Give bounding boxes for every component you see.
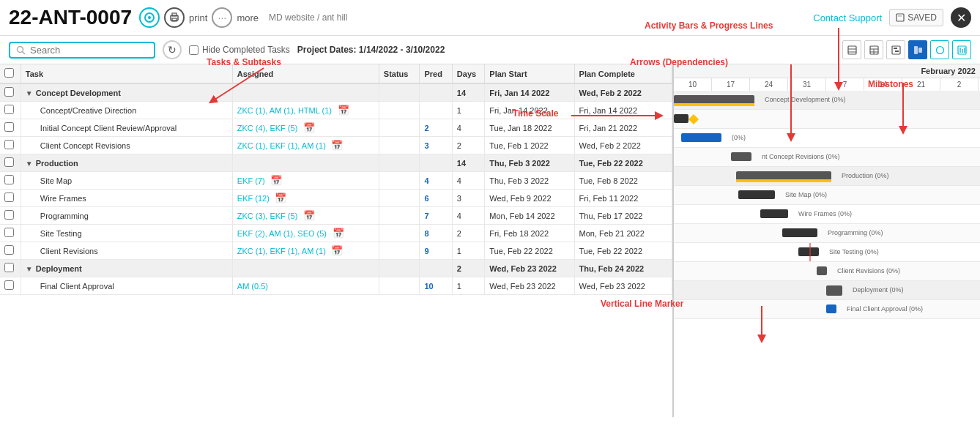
gantt-bar-label: Production (0%) <box>842 172 889 179</box>
gantt-bar[interactable] <box>798 247 819 256</box>
assigned-cell: AM (0.5) <box>232 277 379 295</box>
pred-number: 10 <box>424 282 433 291</box>
assigned-link[interactable]: EKF (7) <box>237 176 265 185</box>
group-checkbox[interactable] <box>4 263 14 272</box>
days-cell: 4 <box>452 119 484 137</box>
pred-cell: 6 <box>420 190 452 207</box>
gantt-date-label: 21 <box>902 78 940 91</box>
gantt-bar[interactable] <box>738 190 775 199</box>
calendar-icon[interactable]: 📅 <box>330 228 344 239</box>
row-checkbox[interactable] <box>4 122 14 132</box>
search-input[interactable] <box>30 45 133 56</box>
calendar-icon[interactable]: 📅 <box>272 193 287 203</box>
assigned-link[interactable]: EKF (12) <box>237 194 270 203</box>
row-checkbox-cell[interactable] <box>0 207 21 225</box>
view-btn-6[interactable] <box>952 40 971 59</box>
row-checkbox-cell[interactable] <box>0 260 21 277</box>
status-cell <box>379 190 420 207</box>
calendar-icon[interactable]: 📅 <box>300 122 315 133</box>
calendar-icon[interactable]: 📅 <box>329 140 344 151</box>
pred-cell: 9 <box>420 242 452 260</box>
gantt-bar[interactable] <box>817 266 827 275</box>
saved-label: SAVED <box>907 12 937 23</box>
row-checkbox-cell[interactable] <box>0 154 21 172</box>
days-cell: 4 <box>452 172 484 190</box>
row-checkbox-cell[interactable] <box>0 172 21 190</box>
gantt-bar[interactable] <box>826 304 836 313</box>
days-cell: 1 <box>452 242 484 260</box>
print-label[interactable]: print <box>189 12 207 23</box>
search-box[interactable] <box>9 42 155 59</box>
calendar-icon[interactable]: 📅 <box>335 105 349 116</box>
assigned-link[interactable]: EKF (2), AM (1), SEO (5) <box>237 229 327 238</box>
contact-support-link[interactable]: Contact Support <box>813 12 882 23</box>
saved-button[interactable]: SAVED <box>889 9 943 26</box>
gantt-date-label: 10 <box>674 78 712 91</box>
row-checkbox[interactable] <box>4 280 14 290</box>
row-checkbox[interactable] <box>4 193 14 202</box>
view-btn-gantt[interactable] <box>886 40 905 59</box>
gantt-bar[interactable] <box>674 114 688 123</box>
row-checkbox[interactable] <box>4 140 14 149</box>
assigned-link[interactable]: ZKC (1), EKF (1), AM (1) <box>237 247 326 255</box>
gantt-bar[interactable] <box>760 209 788 218</box>
assigned-link[interactable]: ZKC (1), AM (1), HTML (1) <box>237 106 332 115</box>
gantt-bar[interactable] <box>826 285 842 296</box>
gantt-row: (0%) <box>674 129 980 148</box>
row-checkbox[interactable] <box>4 105 14 114</box>
pred-cell: 10 <box>420 277 452 295</box>
row-checkbox[interactable] <box>4 175 14 184</box>
gantt-rows: Concept Development (0%)(0%)nt Concept R… <box>674 91 980 319</box>
calendar-icon[interactable]: 📅 <box>268 175 283 186</box>
gantt-bar[interactable] <box>731 152 751 161</box>
view-btn-table[interactable] <box>842 40 861 59</box>
collapse-arrow[interactable]: ▼ <box>26 265 33 273</box>
close-button[interactable]: ✕ <box>951 7 971 28</box>
group-checkbox[interactable] <box>4 87 14 97</box>
more-icon[interactable]: ··· <box>212 7 232 28</box>
row-checkbox-cell[interactable] <box>0 83 21 102</box>
gantt-bar[interactable] <box>782 228 817 237</box>
view-btn-split[interactable] <box>864 40 883 59</box>
plan-start-cell: Wed, Feb 9 2022 <box>485 190 574 207</box>
row-checkbox-cell[interactable] <box>0 242 21 260</box>
task-name: Concept/Creative Direction <box>26 106 136 115</box>
row-checkbox-cell[interactable] <box>0 190 21 207</box>
print-icon[interactable] <box>164 7 185 28</box>
more-label[interactable]: more <box>237 12 259 23</box>
view-btn-active[interactable] <box>908 40 927 59</box>
row-checkbox-cell[interactable] <box>0 137 21 154</box>
calendar-icon[interactable]: 📅 <box>300 210 315 221</box>
pred-number: 4 <box>424 176 428 185</box>
th-checkbox[interactable] <box>0 64 21 83</box>
row-checkbox[interactable] <box>4 245 14 255</box>
row-checkbox[interactable] <box>4 210 14 220</box>
select-all-checkbox[interactable] <box>4 68 14 78</box>
collapse-arrow[interactable]: ▼ <box>26 160 33 168</box>
row-checkbox-cell[interactable] <box>0 119 21 137</box>
collapse-arrow[interactable]: ▼ <box>26 89 33 97</box>
row-checkbox-cell[interactable] <box>0 102 21 119</box>
row-checkbox-cell[interactable] <box>0 225 21 242</box>
gantt-bar-label: Concept Development (0%) <box>765 96 846 103</box>
gantt-bar-label: Programming (0%) <box>828 229 883 236</box>
assigned-link[interactable]: ZKC (4), EKF (5) <box>237 124 298 132</box>
group-checkbox[interactable] <box>4 157 14 167</box>
refresh-button[interactable]: ↻ <box>163 40 182 59</box>
status-cell <box>379 154 420 172</box>
view-btn-5[interactable] <box>930 40 949 59</box>
gantt-row: Programming (0%) <box>674 224 980 243</box>
assigned-link[interactable]: AM (0.5) <box>237 282 268 291</box>
gantt-bar[interactable] <box>681 133 721 142</box>
assigned-link[interactable]: ZKC (1), EKF (1), AM (1) <box>237 141 326 150</box>
hide-completed-checkbox[interactable] <box>189 45 198 55</box>
status-cell <box>379 277 420 295</box>
assigned-link[interactable]: ZKC (3), EKF (5) <box>237 212 298 220</box>
row-checkbox[interactable] <box>4 228 14 237</box>
calendar-icon[interactable]: 📅 <box>329 245 344 256</box>
view-icon[interactable] <box>139 7 160 28</box>
pred-cell: 7 <box>420 207 452 225</box>
hide-completed-label[interactable]: Hide Completed Tasks <box>189 45 290 55</box>
days-cell: 1 <box>452 277 484 295</box>
row-checkbox-cell[interactable] <box>0 277 21 295</box>
